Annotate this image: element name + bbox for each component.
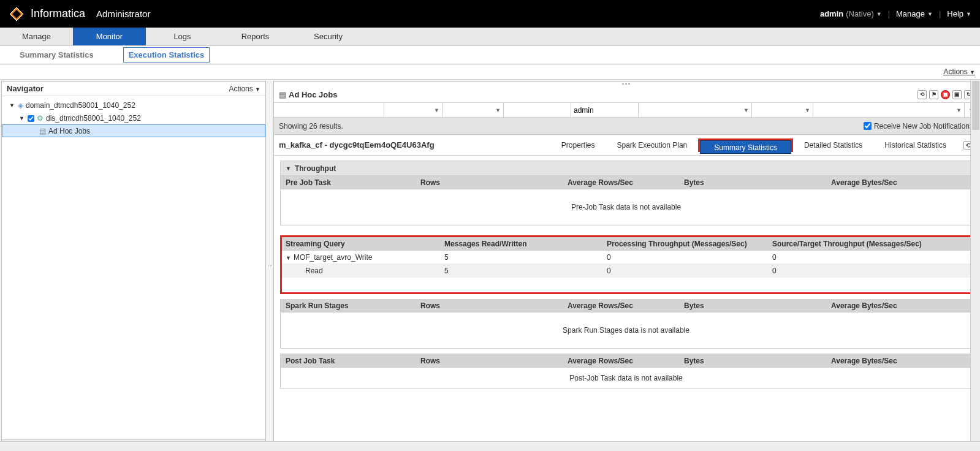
caret-down-icon: ▼ (434, 107, 439, 113)
filter-cell-4[interactable] (504, 103, 571, 117)
post-columns: Post Job Task Rows Average Rows/Sec Byte… (281, 354, 971, 368)
tab-manage[interactable]: Manage (0, 28, 73, 45)
filter-cell-6[interactable]: ▼ (752, 103, 813, 117)
page-vertical-scrollbar[interactable] (970, 80, 980, 441)
caret-down-icon: ▼ (970, 69, 975, 75)
caret-down-icon: ▼ (927, 11, 933, 17)
adhoc-label: Ad Hoc Jobs (48, 127, 90, 135)
scrollbar-thumb[interactable] (972, 81, 979, 130)
col-bytes: Bytes (679, 178, 826, 187)
jtab-summary-wrap[interactable]: Summary Statistics (698, 138, 793, 152)
navigator-title: Navigator (7, 84, 44, 93)
stop-icon[interactable]: ◼ (941, 90, 950, 99)
col-bytes: Bytes (679, 301, 826, 310)
results-count: Showing 26 results. (279, 122, 343, 131)
jtab-detailed[interactable]: Detailed Statistics (793, 138, 873, 152)
page-horizontal-scrollbar[interactable] (0, 441, 980, 451)
header-menu: admin (Native) ▼ | Manage ▼ | Help ▼ (820, 9, 971, 18)
brand-role: Administrator (96, 9, 150, 19)
throughput-section: ▼ Throughput Pre Job Task Rows Average R… (280, 161, 972, 226)
col-streaming-query: Streaming Query (282, 240, 444, 248)
filter-cell-5[interactable]: ▼ (639, 103, 752, 117)
collapse-icon[interactable]: ▼ (19, 115, 25, 121)
streaming-spacer (282, 278, 970, 292)
col-bytes: Bytes (679, 357, 826, 365)
caret-down-icon: ▼ (495, 107, 501, 113)
tab-monitor[interactable]: Monitor (73, 28, 146, 45)
prejob-empty-message: Pre-Job Task data is not available (281, 189, 971, 225)
filter-input-1[interactable] (276, 106, 381, 115)
splitter[interactable]: ⋮ (267, 80, 273, 451)
streaming-row1-v3: 0 (607, 253, 772, 262)
export-icon[interactable]: ▣ (952, 90, 962, 99)
inner-panel-2: Spark Run Stages Rows Average Rows/Sec B… (274, 299, 978, 399)
filter-cell-user[interactable] (571, 103, 639, 117)
streaming-row-write[interactable]: ▼MOF_target_avro_Write 5 0 0 (282, 251, 970, 264)
caret-down-icon: ▼ (743, 107, 749, 113)
jtab-properties[interactable]: Properties (550, 138, 606, 152)
receive-checkbox[interactable] (864, 122, 872, 130)
service-label: dis_dtmcdh58001_1040_252 (46, 114, 141, 123)
streaming-row-read[interactable]: Read 5 0 0 (282, 264, 970, 278)
filter-row: ▼ ▼ ▼ ▼ ▼ ▾ (274, 103, 978, 118)
filter-cell-2[interactable]: ▼ (384, 103, 443, 117)
streaming-row1-name: ▼MOF_target_avro_Write (282, 253, 444, 262)
filter-input-4[interactable] (506, 106, 568, 115)
filter-input-3[interactable] (445, 106, 501, 115)
collapse-icon[interactable]: ▼ (286, 255, 291, 261)
results-bar: Showing 26 results. Receive New Job Noti… (274, 118, 978, 135)
tree-node-service[interactable]: ▼ ⚙ dis_dtmcdh58001_1040_252 (2, 112, 265, 124)
filter-input-2[interactable] (387, 106, 439, 115)
collapse-icon[interactable]: ▼ (9, 102, 15, 108)
col-spark-stages: Spark Run Stages (281, 301, 416, 310)
jtab-historical[interactable]: Historical Statistics (873, 138, 957, 152)
main-area: Navigator Actions ▼ ▼ ◈ domain_dtmcdh580… (0, 80, 980, 451)
tree-node-domain[interactable]: ▼ ◈ domain_dtmcdh58001_1040_252 (2, 99, 265, 112)
col-avgrows: Average Rows/Sec (563, 357, 679, 365)
checkbox-icon[interactable] (28, 114, 34, 123)
jtab-spark[interactable]: Spark Execution Plan (606, 138, 699, 152)
actions-label: Actions (943, 67, 967, 76)
manage-menu[interactable]: Manage ▼ (896, 9, 933, 18)
help-menu[interactable]: Help ▼ (947, 9, 971, 18)
app-header: Informatica Administrator admin (Native)… (0, 0, 980, 28)
filter-cell-3[interactable]: ▼ (443, 103, 504, 117)
subtab-summary-statistics[interactable]: Summary Statistics (15, 48, 99, 62)
drag-handle[interactable]: ∘∘∘ (274, 81, 978, 87)
tab-security[interactable]: Security (292, 28, 365, 45)
global-actions-menu[interactable]: Actions ▼ (943, 67, 975, 76)
logo-area: Informatica Administrator (9, 6, 150, 22)
col-avgrows: Average Rows/Sec (563, 301, 679, 310)
filter-input-6[interactable] (754, 106, 810, 115)
col-rows: Rows (416, 178, 563, 187)
col-avgbytes: Average Bytes/Sec (826, 301, 971, 310)
prejob-columns: Pre Job Task Rows Average Rows/Sec Bytes… (281, 176, 971, 189)
navigator-actions-menu[interactable]: Actions ▼ (229, 85, 260, 93)
tree-node-adhoc-jobs[interactable]: ▤ Ad Hoc Jobs (2, 124, 265, 137)
col-rows: Rows (416, 357, 563, 365)
filter-input-5[interactable] (641, 106, 749, 115)
streaming-columns: Streaming Query Messages Read/Written Pr… (282, 237, 970, 251)
service-checkbox[interactable] (28, 115, 34, 122)
filter-input-7[interactable] (816, 106, 962, 115)
filter-input-user[interactable] (574, 106, 636, 115)
tab-logs[interactable]: Logs (146, 28, 219, 45)
jtab-summary: Summary Statistics (700, 140, 791, 154)
caret-down-icon: ▼ (805, 107, 810, 113)
job-title: m_kafka_cf - dycgc9tqEem4oQE4U63Afg (274, 140, 435, 150)
filter2-icon[interactable]: ⚑ (929, 90, 938, 99)
throughput-header[interactable]: ▼ Throughput (281, 161, 971, 176)
filter-cell-7[interactable]: ▼ (813, 103, 965, 117)
navigator-header: Navigator Actions ▼ (2, 81, 265, 96)
filter-cell-1[interactable] (274, 103, 384, 117)
user-native: (Native) (846, 9, 874, 18)
user-menu[interactable]: admin (Native) ▼ (820, 9, 882, 18)
tab-reports[interactable]: Reports (219, 28, 292, 45)
caret-down-icon: ▼ (956, 107, 962, 113)
link-icon[interactable]: ⟲ (917, 90, 927, 99)
subtab-execution-statistics[interactable]: Execution Statistics (123, 47, 210, 63)
caret-down-icon: ▼ (966, 11, 971, 17)
domain-icon: ◈ (18, 101, 23, 110)
post-section: Post Job Task Rows Average Rows/Sec Byte… (280, 354, 972, 389)
receive-notifications[interactable]: Receive New Job Notifications (864, 122, 973, 131)
